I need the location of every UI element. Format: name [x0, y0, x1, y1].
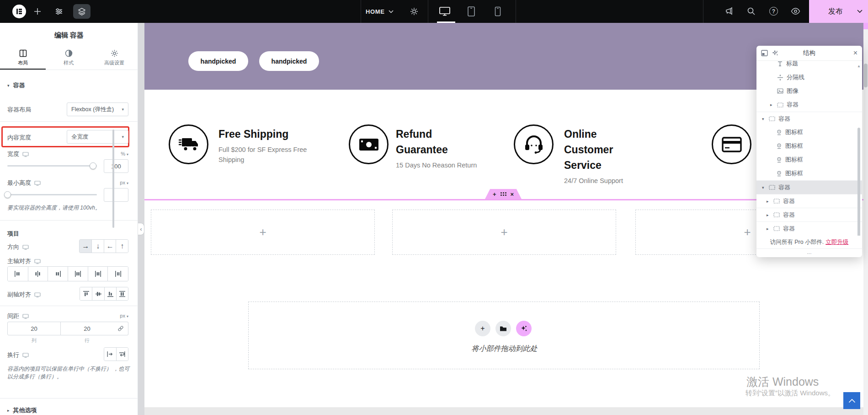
justify-space-evenly-button[interactable]: [107, 267, 128, 281]
device-tablet-button[interactable]: [467, 6, 475, 17]
justify-space-between-button[interactable]: [68, 267, 88, 281]
responsive-desktop-icon[interactable]: [34, 181, 41, 186]
align-start-button[interactable]: [80, 287, 92, 300]
add-container-icon[interactable]: +: [493, 191, 496, 197]
justify-space-around-button[interactable]: [88, 267, 108, 281]
empty-column-drop-zone[interactable]: +: [151, 210, 375, 255]
direction-row-button[interactable]: →: [80, 240, 91, 253]
content-width-select[interactable]: 全宽度 ▾: [67, 130, 128, 144]
device-desktop-button[interactable]: [439, 6, 451, 16]
close-icon[interactable]: ×: [853, 49, 857, 57]
tree-item-icon-box[interactable]: 图标框: [756, 167, 862, 180]
tree-item-heading[interactable]: 标题: [756, 61, 862, 70]
justify-center-button[interactable]: [28, 267, 48, 281]
publish-button[interactable]: 发布: [809, 0, 868, 23]
document-switcher[interactable]: HOME: [366, 0, 394, 23]
align-end-button[interactable]: [104, 287, 117, 300]
direction-row-reverse-button[interactable]: ←: [104, 240, 116, 253]
tree-item-divider-widget[interactable]: 分隔线: [756, 70, 862, 84]
tree-item-image[interactable]: 图像: [756, 84, 862, 98]
widget-drop-area[interactable]: + 将小部件拖动到此处: [248, 302, 760, 369]
wrap-button[interactable]: [116, 348, 128, 361]
drag-handle-icon[interactable]: [501, 192, 506, 196]
width-slider-handle[interactable]: [90, 162, 96, 169]
tab-layout[interactable]: 布局: [0, 47, 46, 69]
tab-style[interactable]: 样式: [46, 47, 91, 69]
add-widget-button[interactable]: +: [475, 321, 490, 336]
ai-sparkle-icon[interactable]: [772, 50, 778, 56]
tree-item-container[interactable]: ▾ 容器: [756, 112, 862, 125]
add-element-button[interactable]: [34, 8, 41, 15]
align-center-button[interactable]: [92, 287, 104, 300]
dock-panel-icon[interactable]: [761, 50, 768, 56]
tab-advanced[interactable]: 高级设置: [91, 47, 137, 69]
tree-item-container[interactable]: ▸ 容器: [756, 98, 862, 112]
gap-unit-select[interactable]: px ▾: [110, 313, 128, 318]
container-layout-select[interactable]: Flexbox (弹性盒) ▾: [67, 102, 128, 116]
tree-item-container[interactable]: ▸ 容器: [756, 221, 862, 235]
responsive-desktop-icon[interactable]: [22, 245, 29, 250]
preview-button[interactable]: [791, 7, 800, 15]
tree-item-container[interactable]: ▸ 容器: [756, 208, 862, 221]
min-height-slider[interactable]: [7, 194, 97, 195]
width-input[interactable]: [104, 159, 128, 173]
hero-button[interactable]: handpicked: [259, 51, 319, 71]
section-container-heading[interactable]: ▾ 容器: [7, 81, 25, 90]
template-library-button[interactable]: [495, 321, 511, 336]
device-mobile-button[interactable]: [495, 6, 501, 16]
panel-scrollbar-thumb[interactable]: [112, 129, 114, 228]
empty-column-drop-zone[interactable]: +: [392, 210, 616, 255]
page-scrollbar-thumb[interactable]: [864, 64, 868, 87]
structure-panel-button[interactable]: [73, 4, 91, 19]
upgrade-link[interactable]: 立即升级: [825, 238, 848, 246]
caret-down-icon[interactable]: ▾: [762, 117, 766, 121]
scroll-up-icon[interactable]: ▲: [857, 64, 861, 68]
container-handle[interactable]: + ×: [485, 189, 522, 199]
feature-icon-circle[interactable]: [712, 124, 751, 164]
tree-item-container-selected[interactable]: ▾ 容器: [756, 180, 862, 194]
caret-right-icon[interactable]: ▸: [767, 213, 770, 217]
delete-container-icon[interactable]: ×: [511, 191, 514, 197]
structure-scrollbar-thumb[interactable]: [857, 128, 860, 236]
caret-down-icon[interactable]: ▾: [762, 185, 766, 190]
ai-builder-button[interactable]: [516, 321, 532, 336]
panel-collapse-handle[interactable]: ‹: [138, 223, 144, 235]
tree-item-container[interactable]: ▸ 容器: [756, 194, 862, 208]
responsive-desktop-icon[interactable]: [22, 152, 29, 157]
caret-right-icon[interactable]: ▸: [767, 226, 770, 231]
site-settings-button[interactable]: [55, 7, 63, 16]
feature-text[interactable]: Refund Guarantee 15 Days No Reason Retur…: [396, 126, 476, 170]
structure-panel-header[interactable]: 结构 ×: [756, 46, 862, 61]
hero-button[interactable]: handpicked: [188, 51, 248, 71]
gap-link-values-button[interactable]: [113, 322, 128, 335]
feature-icon-circle[interactable]: [349, 124, 389, 164]
publish-options-chevron-icon[interactable]: [857, 10, 863, 13]
caret-right-icon[interactable]: ▸: [770, 102, 774, 107]
other-options-section[interactable]: ▸ 其他选项: [7, 406, 37, 415]
feature-icon-circle[interactable]: [169, 124, 208, 164]
justify-start-button[interactable]: [8, 267, 28, 281]
tree-item-icon-box[interactable]: 图标框: [756, 125, 862, 139]
feature-text[interactable]: Free Shipping Full $200 for SF Express F…: [218, 126, 308, 165]
tree-item-icon-box[interactable]: 图标框: [756, 139, 862, 153]
page-settings-button[interactable]: [410, 7, 419, 16]
help-button[interactable]: ?: [769, 7, 778, 16]
tree-item-icon-box[interactable]: 图标框: [756, 153, 862, 167]
caret-right-icon[interactable]: ▸: [767, 199, 770, 204]
gap-row-input[interactable]: [60, 322, 114, 335]
responsive-desktop-icon[interactable]: [22, 353, 29, 358]
direction-column-button[interactable]: ↓: [91, 240, 104, 253]
responsive-desktop-icon[interactable]: [34, 292, 41, 297]
panel-resize-handle[interactable]: ...: [756, 248, 862, 257]
align-stretch-button[interactable]: [116, 287, 128, 300]
whats-new-button[interactable]: [725, 6, 734, 16]
min-height-input[interactable]: [104, 188, 128, 202]
nowrap-button[interactable]: [104, 348, 116, 361]
justify-end-button[interactable]: [48, 267, 68, 281]
feature-icon-circle[interactable]: [514, 124, 554, 164]
direction-column-reverse-button[interactable]: ↑: [116, 240, 128, 253]
gap-column-input[interactable]: [7, 322, 61, 335]
scroll-to-top-button[interactable]: [843, 392, 860, 409]
finder-search-button[interactable]: [747, 7, 756, 16]
responsive-desktop-icon[interactable]: [22, 314, 29, 319]
